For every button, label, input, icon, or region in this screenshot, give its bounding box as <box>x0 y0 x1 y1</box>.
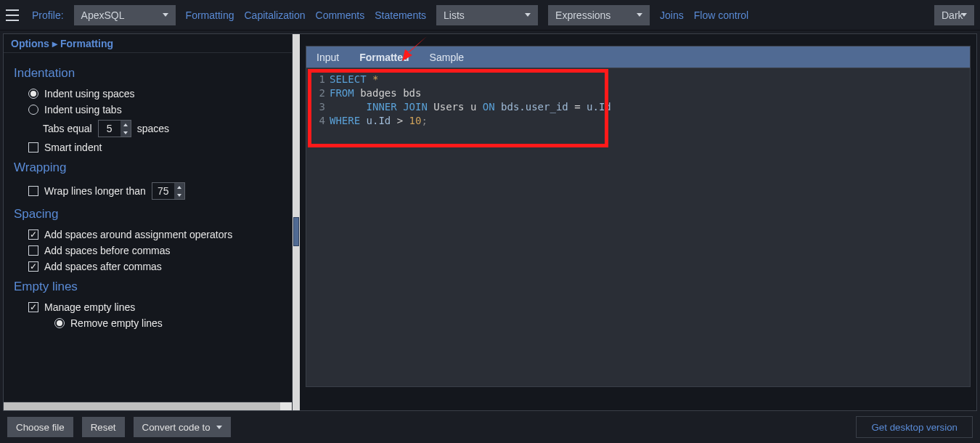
breadcrumb-sep-icon: ▸ <box>52 38 57 49</box>
reset-button[interactable]: Reset <box>82 417 125 437</box>
chevron-down-icon <box>525 13 531 17</box>
code-line: 1SELECT * <box>314 73 963 86</box>
splitter-grip-icon[interactable] <box>293 217 299 246</box>
label-spaces-after: Add spaces after commas <box>44 261 162 272</box>
label-spaces-around: Add spaces around assignment operators <box>44 229 232 240</box>
radio-indent-spaces[interactable] <box>28 89 38 99</box>
horizontal-scrollbar[interactable] <box>4 402 292 410</box>
theme-select-value: Dark <box>942 9 963 21</box>
tabs-equal-value: 5 <box>107 123 113 134</box>
tab-input[interactable]: Input <box>306 46 349 68</box>
choose-file-button[interactable]: Choose file <box>7 417 73 437</box>
label-indent-tabs: Indent using tabs <box>44 104 122 115</box>
code-editor[interactable]: 1SELECT * 2FROM badges bds 3 INNER JOIN … <box>306 68 971 387</box>
label-manage-empty: Manage empty lines <box>44 301 135 313</box>
nav-comments[interactable]: Comments <box>316 9 365 21</box>
label-remove-empty: Remove empty lines <box>70 317 163 329</box>
breadcrumb-root[interactable]: Options <box>11 38 49 49</box>
editor-tabstrip: Input Formatted Sample <box>306 46 971 68</box>
spinner-icon[interactable] <box>174 183 184 199</box>
profile-select-value: ApexSQL <box>81 9 125 21</box>
convert-code-button[interactable]: Convert code to <box>134 417 231 437</box>
breadcrumb: Options ▸ Formatting <box>4 34 292 53</box>
get-desktop-button[interactable]: Get desktop version <box>856 416 973 438</box>
label-smart-indent: Smart indent <box>44 142 102 153</box>
lists-select-value: Lists <box>444 9 465 21</box>
check-spaces-before[interactable] <box>28 245 38 256</box>
vertical-splitter[interactable] <box>293 34 300 410</box>
profile-label: Profile: <box>32 9 64 21</box>
code-line: 4WHERE u.Id > 10; <box>314 114 963 128</box>
nav-capitalization[interactable]: Capitalization <box>245 9 306 21</box>
nav-flow-control[interactable]: Flow control <box>694 9 748 21</box>
profile-select[interactable]: ApexSQL <box>74 5 176 25</box>
section-wrapping: Wrapping <box>14 160 282 175</box>
chevron-down-icon <box>637 13 642 17</box>
label-tabs-equal-post: spaces <box>137 123 169 134</box>
radio-indent-tabs[interactable] <box>28 105 38 115</box>
expressions-select[interactable]: Expressions <box>548 5 650 25</box>
code-line: 2FROM badges bds <box>314 86 963 100</box>
nav-formatting[interactable]: Formatting <box>186 9 234 21</box>
section-spacing: Spacing <box>14 207 282 222</box>
nav-joins[interactable]: Joins <box>660 9 684 21</box>
theme-select[interactable]: Dark <box>934 5 974 25</box>
label-wrap-lines: Wrap lines longer than <box>44 185 146 197</box>
wrap-lines-input[interactable]: 75 <box>152 182 185 200</box>
code-line: 3 INNER JOIN Users u ON bds.user_id = u.… <box>314 100 963 114</box>
section-empty-lines: Empty lines <box>14 280 282 294</box>
expressions-select-value: Expressions <box>555 9 611 21</box>
check-spaces-after[interactable] <box>28 261 38 272</box>
chevron-down-icon <box>216 426 222 429</box>
label-spaces-before: Add spaces before commas <box>44 245 171 256</box>
check-spaces-around[interactable] <box>28 229 38 240</box>
check-manage-empty[interactable] <box>28 302 38 312</box>
check-wrap-lines[interactable] <box>28 186 38 196</box>
wrap-lines-value: 75 <box>158 185 169 197</box>
tabs-equal-input[interactable]: 5 <box>98 120 131 137</box>
options-panel: Options ▸ Formatting Indentation Indent … <box>4 34 293 410</box>
breadcrumb-current: Formatting <box>60 38 113 49</box>
chevron-down-icon <box>163 13 168 17</box>
section-indentation: Indentation <box>14 66 282 81</box>
chevron-down-icon <box>961 13 967 17</box>
label-tabs-equal-pre: Tabs equal <box>43 123 92 134</box>
spinner-icon[interactable] <box>121 121 131 137</box>
nav-statements[interactable]: Statements <box>375 9 426 21</box>
label-indent-spaces: Indent using spaces <box>44 88 135 99</box>
lists-select[interactable]: Lists <box>436 5 538 25</box>
tab-formatted[interactable]: Formatted <box>349 46 419 68</box>
tab-sample[interactable]: Sample <box>420 46 474 68</box>
hamburger-icon[interactable] <box>6 9 19 21</box>
check-smart-indent[interactable] <box>28 142 38 153</box>
radio-remove-empty[interactable] <box>54 318 65 328</box>
